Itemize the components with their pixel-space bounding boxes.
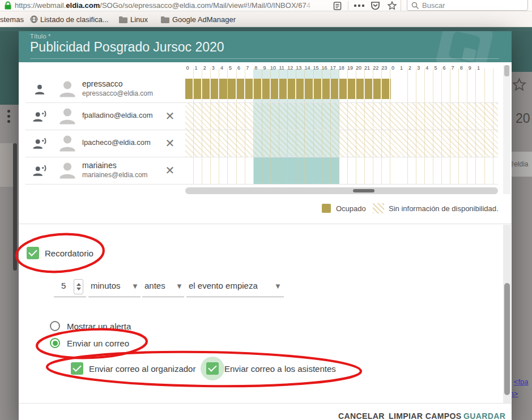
reminder-reference-select[interactable]: el evento empieza [189,281,258,290]
section-divider [19,224,512,224]
reminder-checkbox[interactable] [27,247,39,259]
input-underline [54,297,86,297]
bookmarks-bar: stemas Listado de clasifica... Linux Goo… [0,11,532,27]
bookmark-label: Google AdManager [172,15,236,24]
bookmark-label: stemas [0,15,24,24]
hour-label: 6 [440,65,449,71]
event-time-band-free-row [254,157,339,184]
background-scrollbar-left [13,143,17,271]
hour-label: 1 [397,65,406,71]
hour-label: 9 [465,65,474,71]
search-icon [411,2,419,10]
globe-icon [30,15,38,23]
urlbar-right-border [401,0,401,11]
title-field-label: Título * [30,33,50,40]
hour-label: 0 [388,65,397,71]
urlbar-separator [348,1,348,10]
save-button[interactable]: GUARDAR [463,412,505,420]
hour-label: 3 [414,65,423,71]
legend-no-info-swatch [373,203,384,213]
chevron-down-icon[interactable]: ▼ [176,282,183,290]
attendee-voice-icon [32,164,47,178]
url-prefix: https://webmail. [15,1,66,10]
pocket-icon[interactable] [371,1,380,11]
bookmark-item[interactable]: Listado de clasifica... [40,15,109,24]
hour-label: 19 [346,65,355,71]
bookmark-label: Listado de clasifica... [40,15,109,24]
dialog-header: Título * Publicidad Posgrado Jursoc 2020 [19,31,512,62]
reminder-unit-select[interactable]: minutos [91,281,121,290]
hour-label: 1 [191,65,201,71]
bookmark-star-icon[interactable] [387,1,397,11]
reminder-quantity-input[interactable]: 5 [61,281,66,290]
folder-icon [118,16,127,23]
legend-busy-label: Ocupado [336,204,366,213]
screen: https://webmail.eldia.com/SOGo/so/epress… [0,0,532,420]
hour-label: 0 [183,65,192,71]
search-box[interactable]: Buscar [407,0,528,11]
freebusy-vertical-scrollbar-thumb[interactable] [504,65,509,76]
input-underline [88,297,141,297]
avatar [57,160,78,181]
radio-send-email-label[interactable]: Enviar un correo [67,338,129,348]
email-organizer-checkbox[interactable] [71,362,83,375]
event-title-input[interactable]: Publicidad Posgrado Jursoc 2020 [30,40,224,55]
quantity-stepper[interactable] [74,279,83,294]
dialog-vertical-scrollbar-thumb[interactable] [504,283,510,395]
url-fade: 4 [307,1,310,10]
remove-attendee-button[interactable]: ✕ [163,164,177,177]
hour-label: 22 [371,65,380,71]
attendee-email: epressacco@eldia.com [82,89,153,97]
attendee-row: fpalladino@eldia.com ✕ [25,102,184,130]
reminder-label[interactable]: Recordatorio [45,248,93,258]
reader-mode-icon[interactable] [333,2,342,10]
hour-label: 4 [217,65,226,71]
hour-label: 20 [354,65,363,71]
remove-attendee-button[interactable]: ✕ [163,109,177,123]
clear-fields-button[interactable]: LIMPIAR CAMPOS [389,412,462,420]
hour-label: 1 [474,65,483,71]
reminder-relation-select[interactable]: antes [144,281,165,290]
https-lock-icon [4,1,12,10]
radio-send-email[interactable] [50,338,60,348]
attendee-voice-icon [32,136,47,151]
remove-attendee-button[interactable]: ✕ [163,136,177,150]
attendee-row: mariaines mariaines@eldia.com ✕ [25,157,184,184]
search-placeholder: Buscar [422,1,445,10]
url-path: /SOGo/so/epressacco@eldia.com/Mail/view#… [100,1,306,10]
background-link: <fpa [514,378,529,386]
hour-label: 7 [243,65,252,71]
browser-url-bar[interactable]: https://webmail.eldia.com/SOGo/so/epress… [0,0,532,11]
hour-label: 4 [423,65,432,71]
hour-label: 21 [363,65,372,71]
chevron-down-icon[interactable]: ▼ [131,282,139,290]
freebusy-horizontal-scrollbar-thumb[interactable] [353,189,374,192]
background-toolbar-strip [0,27,532,31]
sogo-logo-watermark [415,31,512,62]
bookmark-item[interactable]: Google AdManager [172,15,236,24]
input-underline [186,297,284,297]
row-separator [25,184,498,185]
chevron-down-icon[interactable]: ▼ [274,282,282,290]
radio-show-alert[interactable] [50,321,60,331]
hour-label: 2 [406,65,415,71]
avatar [57,132,78,154]
background-star-icon [512,77,527,92]
bookmark-item[interactable]: stemas [0,15,24,24]
address-url[interactable]: https://webmail.eldia.com/SOGo/so/epress… [15,1,310,10]
radio-show-alert-label[interactable]: Mostrar un alerta [67,322,131,331]
email-organizer-label[interactable]: Enviar correo al organizador [89,364,195,374]
freebusy-hour-scale: 0123456789101112131415161718192021222301… [185,65,498,73]
email-attendees-checkbox[interactable] [206,362,219,375]
kebab-menu-icon [7,110,10,125]
freebusy-vertical-scrollbar[interactable] [503,65,510,194]
email-attendees-label[interactable]: Enviar correo a los asistentes [224,364,336,374]
cancel-button[interactable]: CANCELAR [338,412,385,420]
actions-divider [19,403,512,404]
bookmark-item[interactable]: Linux [130,15,148,24]
freebusy-horizontal-scrollbar[interactable] [185,187,498,194]
url-domain: eldia.com [66,1,100,10]
hour-label: 8 [457,65,466,71]
avatar [57,78,78,100]
page-actions-icon[interactable] [354,4,365,7]
